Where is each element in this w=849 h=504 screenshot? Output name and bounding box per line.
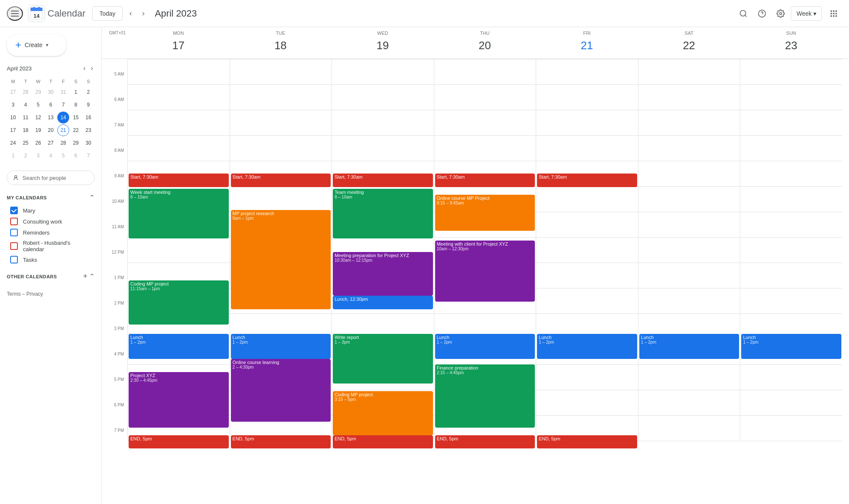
- mini-cal-day[interactable]: 1: [70, 86, 82, 98]
- hamburger-menu[interactable]: [7, 6, 23, 21]
- day-number[interactable]: 22: [679, 36, 699, 55]
- view-selector[interactable]: Week ▾: [791, 6, 822, 21]
- today-button[interactable]: Today: [92, 6, 122, 21]
- mini-cal-day[interactable]: 13: [45, 112, 56, 123]
- calendar-event[interactable]: Team meeting8 – 10am: [333, 189, 433, 238]
- day-column-5[interactable]: Lunch1 – 2pm: [638, 59, 740, 441]
- calendar-event[interactable]: Project XYZ2:30 – 4:45pm: [129, 372, 229, 428]
- mini-cal-day[interactable]: 20: [45, 124, 56, 136]
- mini-cal-day[interactable]: 29: [32, 86, 44, 98]
- mini-cal-day[interactable]: 4: [20, 99, 31, 111]
- mini-cal-day[interactable]: 8: [70, 99, 82, 111]
- calendar-event[interactable]: Week start meeting8 – 10am: [129, 189, 229, 238]
- mini-cal-day[interactable]: 6: [45, 99, 56, 111]
- mini-cal-day[interactable]: 9: [82, 99, 94, 111]
- mini-cal-day[interactable]: 1: [7, 150, 19, 162]
- day-number[interactable]: 20: [475, 36, 495, 55]
- day-column-6[interactable]: Lunch1 – 2pm: [740, 59, 842, 441]
- calendar-event[interactable]: Start, 7:30am: [537, 174, 637, 187]
- calendar-event[interactable]: Lunch1 – 2pm: [129, 334, 229, 359]
- calendar-item-1[interactable]: Consulting work: [7, 216, 95, 227]
- mini-cal-day[interactable]: 3: [32, 150, 44, 162]
- day-number[interactable]: 23: [782, 36, 801, 55]
- other-calendars-header[interactable]: Other calendars + ⌃: [7, 272, 95, 281]
- mini-cal-day[interactable]: 18: [20, 124, 31, 136]
- day-column-2[interactable]: Start, 7:30amTeam meeting8 – 10amMeeting…: [332, 59, 434, 441]
- mini-cal-day[interactable]: 10: [7, 112, 19, 123]
- help-button[interactable]: [753, 5, 770, 22]
- mini-cal-day[interactable]: 2: [20, 150, 31, 162]
- day-number[interactable]: 18: [271, 36, 290, 55]
- terms-link[interactable]: Terms: [7, 291, 21, 297]
- prev-arrow[interactable]: ‹: [126, 6, 135, 21]
- calendar-event[interactable]: Coding MP project3:15 – 5pm: [333, 391, 433, 435]
- mini-cal-day[interactable]: 12: [32, 112, 44, 123]
- calendar-event[interactable]: Lunch1 – 2pm: [231, 334, 331, 359]
- calendar-item-0[interactable]: Mary: [7, 205, 95, 216]
- day-number[interactable]: 19: [373, 36, 392, 55]
- mini-cal-prev[interactable]: ‹: [82, 63, 87, 74]
- calendar-event[interactable]: Lunch1 – 2pm: [435, 334, 535, 359]
- calendar-event[interactable]: Start, 7:30am: [231, 174, 331, 187]
- mini-cal-day[interactable]: 27: [7, 86, 19, 98]
- day-column-4[interactable]: Start, 7:30amLunch1 – 2pmEND, 5pm: [536, 59, 638, 441]
- mini-cal-day[interactable]: 21: [57, 124, 69, 136]
- my-calendars-header[interactable]: My calendars ⌃: [7, 193, 95, 202]
- mini-cal-day[interactable]: 23: [82, 124, 94, 136]
- mini-cal-day[interactable]: 31: [57, 86, 69, 98]
- search-people[interactable]: Search for people: [7, 171, 95, 185]
- calendar-event[interactable]: Lunch, 12:30pm: [333, 296, 433, 309]
- mini-cal-next[interactable]: ›: [89, 63, 95, 74]
- mini-cal-day[interactable]: 3: [7, 99, 19, 111]
- other-cal-add-icon[interactable]: +: [83, 272, 87, 281]
- mini-cal-day[interactable]: 28: [57, 137, 69, 149]
- calendar-event[interactable]: Online course learning2 – 4:30pm: [231, 359, 331, 422]
- calendar-event[interactable]: Start, 7:30am: [129, 174, 229, 187]
- mini-cal-day[interactable]: 7: [57, 99, 69, 111]
- calendar-event[interactable]: END, 5pm: [435, 435, 535, 449]
- mini-cal-day[interactable]: 24: [7, 137, 19, 149]
- mini-cal-day[interactable]: 27: [45, 137, 56, 149]
- mini-cal-day[interactable]: 15: [70, 112, 82, 123]
- calendar-event[interactable]: Lunch1 – 2pm: [537, 334, 637, 359]
- calendar-event[interactable]: Start, 7:30am: [333, 174, 433, 187]
- calendar-event[interactable]: Lunch1 – 2pm: [741, 334, 841, 359]
- calendar-event[interactable]: MP project research9am – 1pm: [231, 210, 331, 309]
- mini-cal-day[interactable]: 2: [82, 86, 94, 98]
- calendar-event[interactable]: Meeting with client for Project XYZ10am …: [435, 241, 535, 302]
- mini-cal-day[interactable]: 11: [20, 112, 31, 123]
- calendar-item-2[interactable]: Reminders: [7, 227, 95, 238]
- calendar-event[interactable]: Write report1 – 3pm: [333, 334, 433, 384]
- mini-cal-day[interactable]: 28: [20, 86, 31, 98]
- search-button[interactable]: [735, 5, 752, 22]
- calendar-item-4[interactable]: Tasks: [7, 254, 95, 265]
- calendar-event[interactable]: END, 5pm: [537, 435, 637, 449]
- calendar-event[interactable]: Online course MP Project8:15 – 9:45am: [435, 195, 535, 231]
- mini-cal-day[interactable]: 22: [70, 124, 82, 136]
- calendar-event[interactable]: Lunch1 – 2pm: [639, 334, 739, 359]
- next-arrow[interactable]: ›: [139, 6, 148, 21]
- apps-button[interactable]: [825, 5, 842, 22]
- mini-cal-day[interactable]: 30: [82, 137, 94, 149]
- day-column-0[interactable]: Start, 7:30amWeek start meeting8 – 10amC…: [127, 59, 230, 441]
- calendar-event[interactable]: END, 5pm: [333, 435, 433, 449]
- day-column-3[interactable]: Start, 7:30amOnline course MP Project8:1…: [434, 59, 536, 441]
- mini-cal-day[interactable]: 25: [20, 137, 31, 149]
- mini-cal-day[interactable]: 29: [70, 137, 82, 149]
- create-button[interactable]: + Create ▾: [7, 34, 66, 56]
- calendar-item-3[interactable]: Robert - Husband's calendar: [7, 238, 95, 254]
- calendar-event[interactable]: Start, 7:30am: [435, 174, 535, 187]
- mini-cal-day[interactable]: 14: [57, 112, 69, 123]
- calendar-event[interactable]: END, 5pm: [231, 435, 331, 449]
- privacy-link[interactable]: Privacy: [26, 291, 43, 297]
- day-number[interactable]: 17: [169, 36, 188, 55]
- mini-cal-day[interactable]: 16: [82, 112, 94, 123]
- calendar-event[interactable]: END, 5pm: [129, 435, 229, 449]
- mini-cal-day[interactable]: 7: [82, 150, 94, 162]
- day-column-1[interactable]: Start, 7:30amMP project research9am – 1p…: [230, 59, 332, 441]
- mini-cal-day[interactable]: 26: [32, 137, 44, 149]
- calendar-event[interactable]: Finance preparation2:15 – 4:45pm: [435, 364, 535, 428]
- mini-cal-day[interactable]: 19: [32, 124, 44, 136]
- settings-button[interactable]: [772, 5, 789, 22]
- day-number[interactable]: 21: [577, 36, 597, 55]
